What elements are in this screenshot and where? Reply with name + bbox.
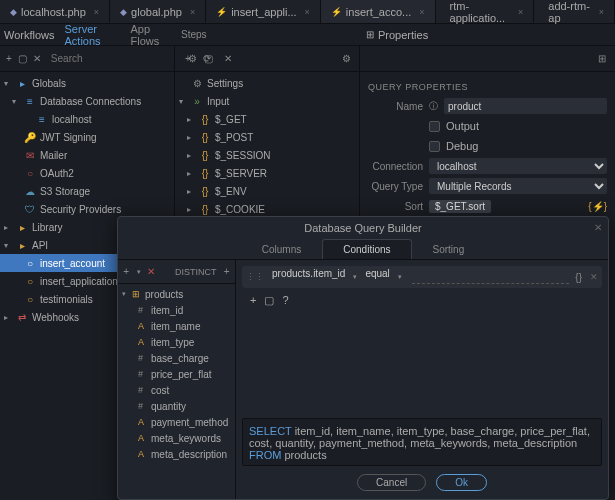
cond-group-icon[interactable]: ▢ <box>264 294 274 307</box>
drag-icon[interactable]: ⋮⋮ <box>246 272 264 282</box>
cond-remove-icon[interactable]: ✕ <box>590 272 598 282</box>
fld-icon: ▸ <box>16 239 28 251</box>
cond-field-select[interactable]: products.item_id <box>268 268 349 286</box>
column-label: base_charge <box>151 353 209 364</box>
info-icon: ⓘ <box>429 100 438 113</box>
cancel-button[interactable]: Cancel <box>357 474 426 491</box>
props-menu-icon[interactable]: ⊞ <box>595 52 609 66</box>
column-item[interactable]: #quantity <box>118 398 235 414</box>
debug-checkbox[interactable] <box>429 141 440 152</box>
column-item[interactable]: ▾⊞products <box>118 286 235 302</box>
tree-item[interactable]: ▸{}$_ENV <box>175 182 359 200</box>
cond-bolt-icon[interactable]: {} <box>575 272 582 283</box>
column-item[interactable]: Ameta_description <box>118 446 235 462</box>
output-label: Output <box>446 120 479 132</box>
column-label: meta_description <box>151 449 227 460</box>
tab-icon: ◆ <box>10 7 17 17</box>
tab-label: global.php <box>131 6 182 18</box>
column-item[interactable]: Aitem_name <box>118 318 235 334</box>
tree-item[interactable]: ○OAuth2 <box>0 164 174 182</box>
steps-copy-button[interactable]: ▢ <box>201 52 215 66</box>
modal-add-button[interactable]: + <box>122 265 131 279</box>
column-label: item_id <box>151 305 183 316</box>
tree-item[interactable]: ⚙Settings <box>175 74 359 92</box>
sort-value[interactable]: $_GET.sort <box>429 200 491 213</box>
tab-close-icon[interactable]: × <box>94 7 99 17</box>
tree-item[interactable]: ≡localhost <box>0 110 174 128</box>
workflows-title: Workflows <box>4 29 55 41</box>
delete-button[interactable]: ✕ <box>33 52 41 66</box>
add-button[interactable]: + <box>6 52 12 66</box>
modal-tab[interactable]: Columns <box>241 239 322 259</box>
column-item[interactable]: #base_charge <box>118 350 235 366</box>
tree-item[interactable]: 🔑JWT Signing <box>0 128 174 146</box>
editor-tab[interactable]: ◆localhost.php× <box>0 0 110 23</box>
chevron-icon: ▸ <box>187 205 195 214</box>
output-checkbox[interactable] <box>429 121 440 132</box>
jwt-icon: 🔑 <box>24 131 36 143</box>
tree-item[interactable]: ▾≡Database Connections <box>0 92 174 110</box>
tree-item[interactable]: ▸{}$_SESSION <box>175 146 359 164</box>
tree-item[interactable]: ▾»Input <box>175 92 359 110</box>
steps-more-icon[interactable]: ⚙ <box>339 52 353 66</box>
cond-value-input[interactable] <box>412 270 569 284</box>
chevron-icon: ▸ <box>187 187 195 196</box>
steps-delete-button[interactable]: ✕ <box>221 52 235 66</box>
sort-bolt-icon[interactable]: {⚡} <box>588 201 607 212</box>
ok-button[interactable]: Ok <box>436 474 487 491</box>
name-input[interactable] <box>444 98 607 114</box>
tree-item[interactable]: ✉Mailer <box>0 146 174 164</box>
tab-close-icon[interactable]: × <box>518 7 523 17</box>
chevron-icon: ▸ <box>187 169 195 178</box>
column-item[interactable]: Ameta_keywords <box>118 430 235 446</box>
app-flows-link[interactable]: App Flows <box>130 23 171 47</box>
column-label: cost <box>151 385 169 396</box>
search-input[interactable] <box>47 53 182 64</box>
connection-select[interactable]: localhost <box>429 158 607 174</box>
tree-item-label: $_ENV <box>215 186 355 197</box>
tree-item[interactable]: ▾▸Globals <box>0 74 174 92</box>
steps-add-button[interactable]: + <box>181 52 195 66</box>
editor-tab[interactable]: ⚡insert_acco...× <box>321 0 436 23</box>
column-item[interactable]: Apayment_method <box>118 414 235 430</box>
qtype-select[interactable]: Multiple Records <box>429 178 607 194</box>
steps-header: Steps <box>175 29 360 40</box>
modal-close-icon[interactable]: ✕ <box>594 222 602 233</box>
new-folder-button[interactable]: ▢ <box>18 52 27 66</box>
cond-add-icon[interactable]: + <box>250 294 256 307</box>
tree-item[interactable]: ▸{}$_GET <box>175 110 359 128</box>
chevron-down-icon: ▾ <box>398 273 402 281</box>
modal-tab[interactable]: Sorting <box>412 239 486 259</box>
name-label: Name <box>368 101 423 112</box>
server-actions-link[interactable]: Server Actions <box>65 23 121 47</box>
editor-tab[interactable]: add-rtm-ap× <box>534 0 615 23</box>
cond-op-select[interactable]: equal <box>361 268 393 286</box>
tree-item[interactable]: ▸{}$_POST <box>175 128 359 146</box>
editor-tab[interactable]: ◆global.php× <box>110 0 206 23</box>
cond-help-icon[interactable]: ? <box>282 294 288 307</box>
column-item[interactable]: #cost <box>118 382 235 398</box>
tab-close-icon[interactable]: × <box>190 7 195 17</box>
tree-item[interactable]: ▸{}$_SERVER <box>175 164 359 182</box>
column-item[interactable]: #item_id <box>118 302 235 318</box>
modal-tabs: ColumnsConditionsSorting <box>118 239 608 260</box>
fld-icon: ▸ <box>16 221 28 233</box>
column-label: item_name <box>151 321 200 332</box>
distinct-add-icon[interactable]: + <box>223 265 232 279</box>
editor-tab[interactable]: ⚡insert_appli...× <box>206 0 321 23</box>
editor-tab[interactable]: rtm-applicatio...× <box>436 0 535 23</box>
tab-close-icon[interactable]: × <box>419 7 424 17</box>
modal-tab[interactable]: Conditions <box>322 239 411 259</box>
column-item[interactable]: #price_per_flat <box>118 366 235 382</box>
modal-del-button[interactable]: ✕ <box>147 265 156 279</box>
column-item[interactable]: Aitem_type <box>118 334 235 350</box>
chevron-icon: ▸ <box>187 133 195 142</box>
connection-label[interactable]: Connection <box>368 161 423 172</box>
chevron-icon: ▾ <box>179 97 187 106</box>
tab-close-icon[interactable]: × <box>305 7 310 17</box>
tree-item-label: Database Connections <box>40 96 170 107</box>
tree-item[interactable]: ☁S3 Storage <box>0 182 174 200</box>
column-label: quantity <box>151 401 186 412</box>
tab-close-icon[interactable]: × <box>599 7 604 17</box>
tree-item-label: JWT Signing <box>40 132 170 143</box>
